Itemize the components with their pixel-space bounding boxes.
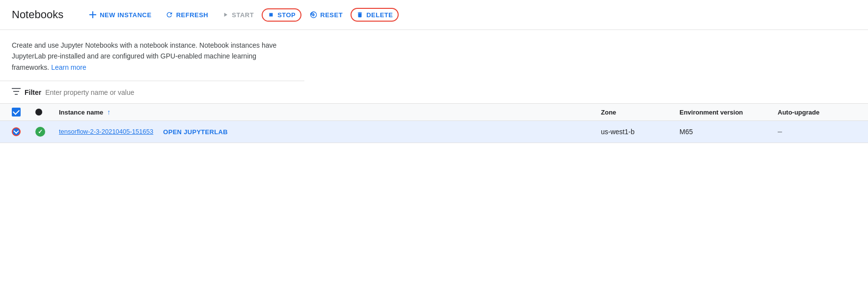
plus-icon	[89, 11, 97, 19]
filter-label: Filter	[25, 88, 41, 96]
delete-button[interactable]: DELETE	[351, 8, 399, 22]
new-instance-button[interactable]: NEW INSTANCE	[83, 8, 157, 22]
svg-rect-6	[15, 94, 18, 95]
header-status-col	[35, 109, 59, 116]
auto-upgrade-header-label: Auto-upgrade	[778, 109, 819, 116]
filter-row: Filter	[0, 81, 868, 104]
reset-button[interactable]: RESET	[303, 8, 349, 22]
svg-rect-1	[89, 14, 96, 15]
auto-upgrade-value: –	[778, 127, 782, 136]
open-jupyterlab-button[interactable]: OPEN JUPYTERLAB	[163, 128, 228, 136]
header-zone-col: Zone	[601, 109, 679, 116]
sort-arrow-icon: ↑	[107, 108, 110, 116]
row-zone-cell: us-west1-b	[601, 128, 679, 136]
row-checkbox[interactable]	[12, 127, 21, 136]
start-button[interactable]: START	[216, 8, 260, 22]
row-auto-upgrade-cell: –	[778, 127, 856, 136]
page-title: Notebooks	[12, 8, 63, 21]
refresh-icon	[165, 11, 173, 19]
svg-rect-5	[13, 91, 19, 92]
env-version-header-label: Environment version	[679, 109, 743, 116]
refresh-button[interactable]: REFRESH	[160, 8, 215, 22]
instance-name-link[interactable]: tensorflow-2-3-20210405-151653	[59, 127, 153, 136]
toolbar-actions: NEW INSTANCE REFRESH START	[83, 8, 399, 22]
filter-icon	[12, 87, 21, 97]
zone-value: us-west1-b	[601, 128, 634, 136]
env-version-value: M65	[679, 128, 693, 136]
row-env-version-cell: M65	[679, 128, 778, 136]
row-checkbox-cell	[12, 127, 35, 136]
svg-rect-4	[12, 88, 21, 89]
table-header: Instance name ↑ Zone Environment version…	[0, 104, 868, 121]
header-auto-upgrade-col: Auto-upgrade	[778, 109, 856, 116]
instance-name-header-label: Instance name	[59, 109, 103, 116]
toolbar: Notebooks NEW INSTANCE REFRESH	[0, 0, 868, 30]
status-header-dot	[35, 109, 42, 116]
header-instance-name-col[interactable]: Instance name ↑	[59, 108, 601, 116]
header-checkbox-col	[12, 108, 35, 116]
stop-button[interactable]: STOP	[262, 8, 301, 22]
row-instance-name-cell: tensorflow-2-3-20210405-151653 OPEN JUPY…	[59, 127, 601, 136]
svg-rect-2	[270, 13, 273, 17]
reset-icon	[309, 11, 317, 19]
zone-header-label: Zone	[601, 109, 616, 116]
description-section: Create and use Jupyter Notebooks with a …	[0, 30, 304, 81]
stop-icon	[268, 11, 274, 18]
select-all-checkbox[interactable]	[12, 108, 21, 116]
table: Instance name ↑ Zone Environment version…	[0, 104, 868, 143]
row-status-cell	[35, 127, 59, 137]
filter-input[interactable]	[45, 88, 856, 96]
header-env-version-col: Environment version	[679, 109, 778, 116]
running-status-icon	[35, 127, 45, 137]
learn-more-link[interactable]: Learn more	[51, 63, 86, 71]
table-row: tensorflow-2-3-20210405-151653 OPEN JUPY…	[0, 121, 868, 143]
trash-icon	[356, 11, 363, 19]
start-icon	[222, 11, 229, 18]
